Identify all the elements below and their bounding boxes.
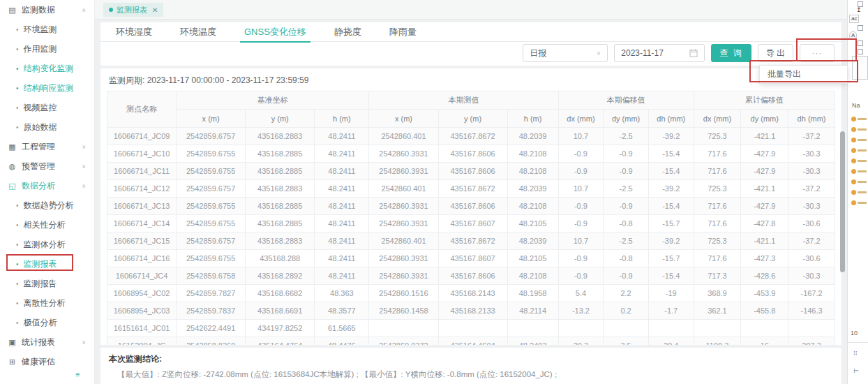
sidebar-item-监测报告[interactable]: •监测报告: [0, 274, 94, 293]
dock-icon[interactable]: ⊢: [853, 367, 859, 374]
upload-icon[interactable]: ↥: [856, 6, 862, 13]
panel-list-item[interactable]: [851, 168, 867, 175]
table-cell: 717.6: [694, 145, 741, 163]
tab-静挠度[interactable]: 静挠度: [334, 22, 361, 42]
panel-list-item[interactable]: [851, 200, 867, 206]
table-cell: -0.9: [558, 267, 604, 285]
stats-report-icon: ▣: [7, 338, 17, 347]
sidebar-group-预警管理[interactable]: ◍预警管理∨: [0, 156, 94, 176]
table-cell: 435168.2885: [246, 145, 315, 163]
table-cell: [438, 320, 507, 337]
col-header: dh (mm): [788, 110, 835, 128]
close-icon[interactable]: ✕: [152, 6, 158, 14]
export-button[interactable]: 导 出: [758, 44, 793, 62]
content-area: 环境湿度环境温度GNSS变化位移静挠度降雨量 日报 ∨ 2023-11-17 查…: [95, 20, 847, 384]
table-cell: 48.2411: [315, 267, 369, 285]
table-cell: 48.2108: [507, 267, 558, 285]
sidebar-item-原始数据[interactable]: •原始数据: [0, 117, 94, 137]
checkbox[interactable]: [858, 49, 863, 54]
open-tab-chip[interactable]: 监测报表 ✕: [103, 3, 163, 17]
tab-环境湿度[interactable]: 环境湿度: [116, 22, 152, 42]
sidebar-item-label: 监测报告: [24, 278, 57, 290]
sidebar-group-监测数据[interactable]: ▤监测数据∧: [0, 0, 94, 20]
collapse-sidebar-icon[interactable]: ≡: [75, 370, 80, 378]
sidebar-group-数据分析[interactable]: ◱数据分析∧: [0, 176, 94, 195]
tab-GNSS变化位移[interactable]: GNSS变化位移: [244, 22, 306, 42]
table-row[interactable]: 16066714_JC112542859.6755435168.288548.2…: [107, 163, 835, 180]
cookie-icon: [851, 190, 856, 195]
table-cell: 16066714_JC15: [107, 232, 177, 250]
table-cell: 16066714_JC10: [107, 145, 177, 163]
sidebar-group-统计报表[interactable]: ▣统计报表∨: [0, 332, 94, 352]
table-row[interactable]: 16066714_JC132542859.6755435168.288548.2…: [107, 198, 835, 215]
table-cell: -37.2: [788, 128, 835, 145]
more-button[interactable]: ···: [800, 44, 835, 62]
ac-field[interactable]: ac: [849, 15, 859, 23]
table-cell: 2542859.6755: [177, 198, 246, 215]
table-cell: -0.9: [558, 163, 604, 180]
table-cell: 48.2411: [315, 232, 369, 250]
sidebar-item-监测体分析[interactable]: •监测体分析: [0, 235, 94, 254]
table-cell: -39.2: [648, 232, 694, 250]
sidebar-group-工程管理[interactable]: ▦工程管理∨: [0, 137, 94, 156]
table-row[interactable]: 16066714_JC102542859.6755435168.288548.2…: [107, 145, 835, 163]
a-button[interactable]: A: [849, 31, 857, 40]
table-row[interactable]: 16068954_JC022542859.7827435168.668248.3…: [107, 285, 835, 302]
table-row[interactable]: 16066714_JC092542859.6757435168.288348.2…: [107, 128, 835, 145]
table-cell: 5.4: [558, 285, 604, 302]
sidebar-item-结构变化监测[interactable]: •结构变化监测: [0, 59, 94, 78]
item-text-stub: [858, 170, 867, 172]
table-row[interactable]: 16066714_JC152542859.6757435168.288348.2…: [107, 232, 835, 250]
sidebar-item-数据趋势分析[interactable]: •数据趋势分析: [0, 195, 94, 215]
panel-list-item[interactable]: [851, 147, 867, 154]
table-row[interactable]: 16151614_JC012542622.4491434197.825261.5…: [107, 320, 835, 337]
batch-export-menu-item[interactable]: 批量导出: [759, 65, 848, 84]
table-row[interactable]: 16066714_JC122542859.6757435168.288348.2…: [107, 180, 835, 198]
vertical-scrollbar[interactable]: [840, 131, 845, 272]
sidebar-group-健康评估[interactable]: ⊞健康评估: [0, 352, 94, 371]
checkbox[interactable]: [858, 40, 863, 46]
panel-list-item[interactable]: [851, 126, 867, 133]
checkbox[interactable]: [858, 25, 863, 31]
project-mgmt-icon: ▦: [7, 142, 17, 152]
table-cell: -0.9: [604, 267, 649, 285]
col-header: dx (mm): [558, 110, 604, 128]
panel-list-item[interactable]: [851, 189, 867, 195]
report-type-select[interactable]: 日报 ∨: [523, 44, 608, 62]
panel-list-item[interactable]: [851, 137, 867, 143]
table-row[interactable]: 16066714_JC42542859.6758435168.289248.24…: [107, 267, 835, 285]
tab-环境温度[interactable]: 环境温度: [180, 22, 216, 42]
table-row[interactable]: 16066714_JC142542859.6755435168.288548.2…: [107, 215, 835, 232]
table-row[interactable]: 16066714_JC162542859.6755435168.28848.24…: [107, 250, 835, 267]
open-tab-label: 监测报表: [117, 5, 147, 15]
sidebar-item-相关性分析[interactable]: •相关性分析: [0, 215, 94, 235]
table-row[interactable]: 16068954_JC032542859.7837435168.669148.3…: [107, 302, 835, 320]
col-header: h (m): [507, 110, 558, 128]
panel-list-item[interactable]: [851, 179, 867, 185]
menu-icon[interactable]: ⁝⁝: [853, 349, 858, 356]
table-cell: 435168.2885: [246, 215, 315, 232]
panel-list-item[interactable]: [851, 158, 867, 164]
bullet-icon: •: [16, 300, 19, 307]
sidebar-item-离散性分析[interactable]: •离散性分析: [0, 293, 94, 313]
query-button[interactable]: 查 询: [711, 44, 751, 62]
sidebar-item-作用监测[interactable]: •作用监测: [0, 39, 94, 59]
table-row[interactable]: 16152004_JC2542858.8369435164.476448.447…: [107, 337, 835, 346]
date-picker[interactable]: 2023-11-17: [614, 44, 705, 62]
table-cell: -15.4: [648, 198, 694, 215]
table-cell: 2542859.6757: [177, 128, 246, 145]
sidebar-item-监测报表[interactable]: •监测报表: [0, 254, 94, 274]
sidebar-item-环境监测[interactable]: •环境监测: [0, 20, 94, 39]
table-cell: 48.2411: [315, 198, 369, 215]
bullet-icon: •: [16, 26, 19, 34]
sidebar-item-视频监控[interactable]: •视频监控: [0, 98, 94, 117]
sidebar-group-label: 工程管理: [22, 141, 55, 153]
table-cell: 435167.8672: [438, 128, 507, 145]
panel-list-item[interactable]: [851, 116, 867, 122]
sidebar-item-极值分析[interactable]: •极值分析: [0, 313, 94, 332]
tab-降雨量[interactable]: 降雨量: [389, 22, 417, 42]
sidebar-item-结构响应监测[interactable]: •结构响应监测: [0, 78, 94, 98]
table-cell: 16066714_JC16: [107, 250, 177, 267]
bullet-icon: •: [16, 260, 19, 268]
chevron-icon: ∧: [82, 183, 86, 189]
